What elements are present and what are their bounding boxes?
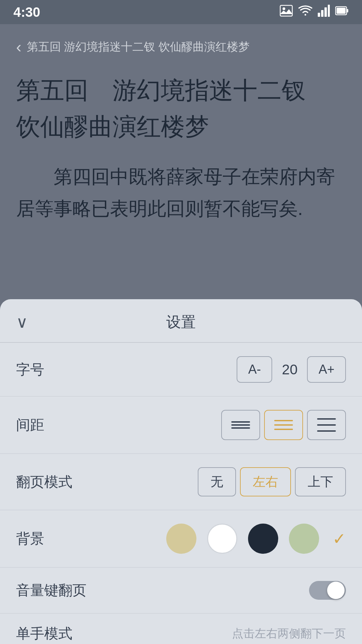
svg-point-1 [283,7,285,10]
breadcrumb-text: 第五回 游幻境指迷十二钗 饮仙醪曲演红楼梦 [27,39,250,55]
spacing-medium-button[interactable] [264,410,303,440]
single-hand-mode-row: 单手模式 点击左右两侧翻下一页 [0,613,362,644]
battery-icon [335,5,349,20]
page-mode-none-button[interactable]: 无 [198,467,236,496]
spacing-wide-button[interactable] [307,410,346,440]
page-mode-controls: 无 左右 上下 [198,467,346,496]
volume-pageturn-row: 音量键翻页 [0,568,362,613]
font-size-row: 字号 A- 20 A+ [0,343,362,396]
background-row: 背景 ✓ [0,510,362,568]
settings-title: 设置 [166,312,196,332]
svg-rect-2 [318,13,320,17]
settings-panel: ∨ 设置 字号 A- 20 A+ 间距 [0,299,362,644]
font-size-label: 字号 [16,360,44,379]
settings-header: ∨ 设置 [0,299,362,343]
background-label: 背景 [16,529,44,548]
page-mode-label: 翻页模式 [16,473,72,491]
font-size-controls: A- 20 A+ [237,356,346,383]
spacing-row: 间距 [0,396,362,454]
image-icon [280,5,293,20]
bg-green-button[interactable] [289,524,319,554]
reading-area: ‹ 第五回 游幻境指迷十二钗 饮仙醪曲演红楼梦 第五回 游幻境指迷十二钗 饮仙醪… [0,24,362,299]
collapse-button[interactable]: ∨ [16,313,28,331]
bg-dark-button[interactable] [248,524,278,554]
svg-rect-5 [328,5,330,17]
toggle-knob [327,582,345,599]
spacing-controls [221,410,346,440]
single-hand-mode-hint: 点击左右两侧翻下一页 [232,626,346,641]
status-time: 4:30 [13,5,40,20]
svg-rect-4 [324,7,327,17]
breadcrumb[interactable]: ‹ 第五回 游幻境指迷十二钗 饮仙醪曲演红楼梦 [16,38,346,56]
status-bar: 4:30 [0,0,362,24]
status-icons [280,5,349,20]
font-size-value: 20 [276,362,303,378]
svg-rect-8 [337,8,346,14]
svg-rect-7 [347,9,348,12]
wifi-icon [298,5,312,20]
chapter-title: 第五回 游幻境指迷十二钗 饮仙醪曲演红楼梦 [16,72,346,145]
page-mode-updown-button[interactable]: 上下 [295,467,346,496]
bg-selected-check: ✓ [333,529,346,548]
volume-pageturn-toggle[interactable] [309,581,346,600]
spacing-label: 间距 [16,416,44,434]
volume-pageturn-label: 音量键翻页 [16,581,86,600]
font-decrease-button[interactable]: A- [237,356,272,383]
font-increase-button[interactable]: A+ [307,356,346,383]
signal-icon [318,5,330,20]
bg-white-button[interactable] [207,524,237,554]
svg-rect-0 [280,5,292,16]
background-controls: ✓ [166,524,346,554]
chapter-content: 第四回中既将薛家母子在荣府内寄居等事略已表明此回则暂不能写矣. [16,161,346,224]
bg-beige-button[interactable] [166,524,196,554]
back-button[interactable]: ‹ [16,38,21,56]
single-hand-mode-label: 单手模式 [16,624,72,643]
bg-circles: ✓ [166,524,346,554]
page-mode-leftright-button[interactable]: 左右 [240,467,291,496]
svg-rect-3 [321,10,323,17]
spacing-tight-button[interactable] [221,410,260,440]
page-mode-row: 翻页模式 无 左右 上下 [0,454,362,510]
